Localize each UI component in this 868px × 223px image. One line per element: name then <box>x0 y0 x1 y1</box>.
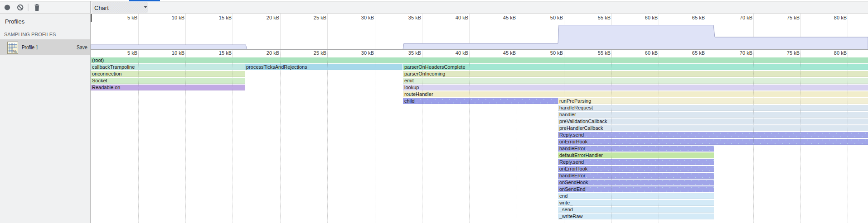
svg-text:%: % <box>13 49 17 54</box>
